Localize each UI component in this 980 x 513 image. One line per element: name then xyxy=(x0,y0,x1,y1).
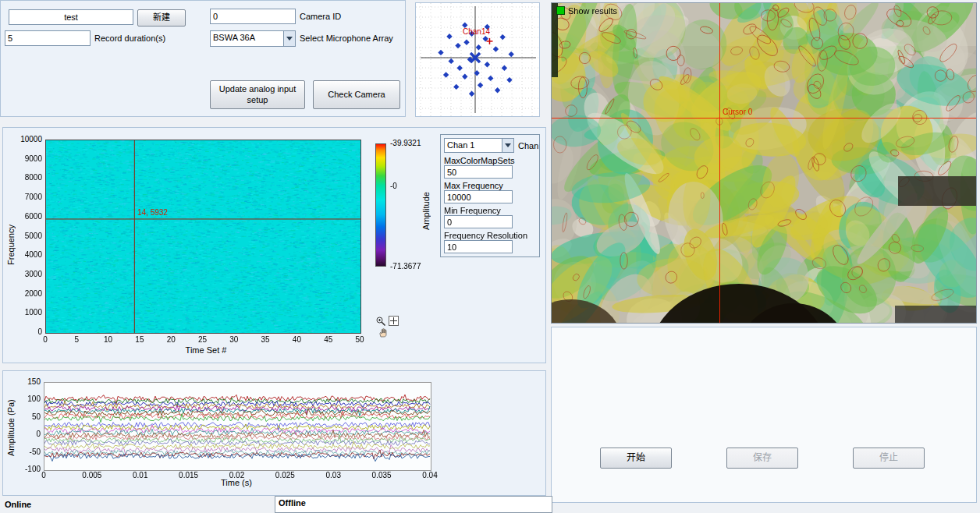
max-frequency-label: Max Frequency xyxy=(444,181,503,190)
camera-id-label: Camera ID xyxy=(300,12,341,21)
tick-label: 4000 xyxy=(11,250,42,259)
tick-label: 6000 xyxy=(11,212,42,221)
tick-label: 45 xyxy=(314,335,343,344)
tick-label: 9000 xyxy=(11,154,42,163)
tick-label: 7000 xyxy=(11,193,42,201)
record-duration-input[interactable] xyxy=(5,30,91,46)
mic-array-selected-value: BSWA 36A xyxy=(211,31,283,46)
channel-select-label: Chan xyxy=(518,141,538,150)
tick-label: -71.3677 xyxy=(390,262,424,271)
channel-select[interactable]: Chan 1 xyxy=(444,138,514,153)
tick-label: 3000 xyxy=(11,270,42,278)
session-name-input[interactable] xyxy=(9,9,133,25)
tick-label: 50 xyxy=(9,412,41,421)
tick-label: 0 xyxy=(31,335,59,344)
color-scale xyxy=(375,143,386,267)
stop-button[interactable]: 停止 xyxy=(853,448,925,469)
mic-array-select[interactable]: BSWA 36A xyxy=(210,30,296,47)
tick-label: 0.015 xyxy=(173,471,204,479)
time-waveform-plot[interactable] xyxy=(44,382,431,471)
zoom-tool-icon[interactable] xyxy=(375,316,387,327)
channel-marker-label: Chan14 xyxy=(463,27,490,36)
max-colormap-sets-label: MaxColorMapSets xyxy=(444,156,514,165)
channel-selected-value: Chan 1 xyxy=(445,139,502,152)
tick-label: 1000 xyxy=(11,308,42,317)
tick-label: 0.01 xyxy=(125,471,156,479)
tick-label: 0.03 xyxy=(318,471,349,479)
tick-label: 50 xyxy=(346,335,374,344)
new-button[interactable]: 新建 xyxy=(137,9,186,27)
spectrogram-panel: 14, 5932 Frequency Time Set # Amplitude … xyxy=(2,127,546,363)
check-camera-button[interactable]: Check Camera xyxy=(313,80,400,109)
tick-label: 35 xyxy=(251,335,279,344)
online-status: Online xyxy=(5,500,31,509)
camera-id-input[interactable] xyxy=(210,9,296,24)
tick-label: 15 xyxy=(126,335,154,344)
control-actions-panel: 开始 保存 停止 xyxy=(551,327,977,503)
show-results-checkbox[interactable] xyxy=(556,6,565,15)
tick-label: 0.04 xyxy=(414,471,446,479)
tick-label: 10000 xyxy=(11,135,42,143)
frequency-resolution-label: Frequency Resolution xyxy=(444,231,527,240)
spectrogram-plot[interactable] xyxy=(45,140,361,334)
mic-array-scatter-plot[interactable] xyxy=(416,3,539,116)
tick-label: 0.035 xyxy=(366,471,397,479)
min-frequency-label: Min Frequency xyxy=(444,206,501,215)
tick-label: 10 xyxy=(94,335,123,344)
tick-label: 30 xyxy=(220,335,248,344)
cursor-label: Cursor 0 xyxy=(723,108,752,116)
tick-label: -50 xyxy=(9,448,41,456)
tick-label: 0.005 xyxy=(76,471,108,479)
application-window: 新建 Camera ID Record duration(s) BSWA 36A… xyxy=(0,0,980,513)
tick-label: -0 xyxy=(390,182,424,190)
tick-label: 150 xyxy=(9,377,41,386)
tick-label: -39.9321 xyxy=(390,139,424,147)
min-frequency-input[interactable] xyxy=(444,215,513,228)
pan-tool-icon[interactable] xyxy=(378,327,389,338)
tick-label: 8000 xyxy=(11,173,42,182)
offline-status-field: Offline xyxy=(275,496,552,513)
show-results-label: Show results xyxy=(568,6,617,16)
camera-beamforming-panel: Show results Cursor 0 xyxy=(551,2,977,324)
spectrogram-x-axis-label: Time Set # xyxy=(167,345,245,355)
tick-label: 100 xyxy=(9,394,41,403)
max-colormap-sets-input[interactable] xyxy=(444,165,513,179)
mic-array-geometry-panel: Chan14 xyxy=(415,2,540,117)
dropdown-arrow-icon[interactable] xyxy=(502,139,513,152)
start-button[interactable]: 开始 xyxy=(600,448,672,469)
spectrogram-cursor-label: 14, 5932 xyxy=(137,208,168,217)
tick-label: 0 xyxy=(28,471,59,479)
display-settings-box: Chan 1 Chan MaxColorMapSets Max Frequenc… xyxy=(440,134,540,257)
acquisition-settings-panel: 新建 Camera ID Record duration(s) BSWA 36A… xyxy=(0,0,406,117)
tick-label: 40 xyxy=(282,335,311,344)
save-button[interactable]: 保存 xyxy=(726,448,798,469)
tick-label: 5000 xyxy=(11,232,42,240)
dropdown-arrow-icon[interactable] xyxy=(283,31,295,46)
tick-label: 5 xyxy=(62,335,91,344)
frequency-resolution-input[interactable] xyxy=(444,240,513,253)
tick-label: 0.025 xyxy=(269,471,300,479)
tick-label: 0 xyxy=(9,430,41,438)
update-analog-input-button[interactable]: Update analog input setup xyxy=(210,80,305,109)
tick-label: 25 xyxy=(189,335,217,344)
record-duration-label: Record duration(s) xyxy=(94,34,165,43)
max-frequency-input[interactable] xyxy=(444,190,513,203)
mic-array-label: Select Microphone Array xyxy=(300,34,393,43)
time-waveform-panel: Amplitude (Pa) Time (s) 150100500-50-100… xyxy=(2,370,546,496)
tick-label: 2000 xyxy=(11,289,42,298)
tick-label: 0.02 xyxy=(222,471,253,479)
cursor-tool-icon[interactable] xyxy=(389,316,399,326)
camera-beamforming-view[interactable] xyxy=(552,3,976,323)
tick-label: 20 xyxy=(157,335,185,344)
